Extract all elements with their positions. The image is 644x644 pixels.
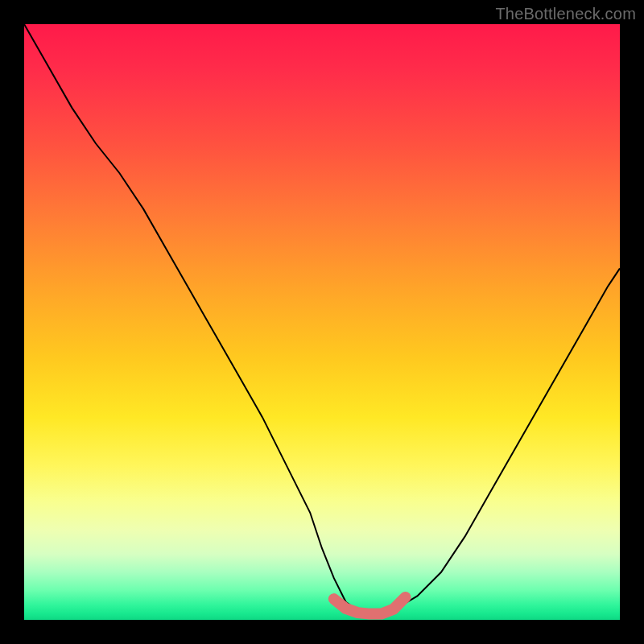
series-curve	[24, 24, 620, 614]
chart-frame: TheBottleneck.com	[0, 0, 644, 644]
chart-svg	[24, 24, 620, 620]
plot-area	[24, 24, 620, 620]
watermark-text: TheBottleneck.com	[495, 5, 636, 23]
